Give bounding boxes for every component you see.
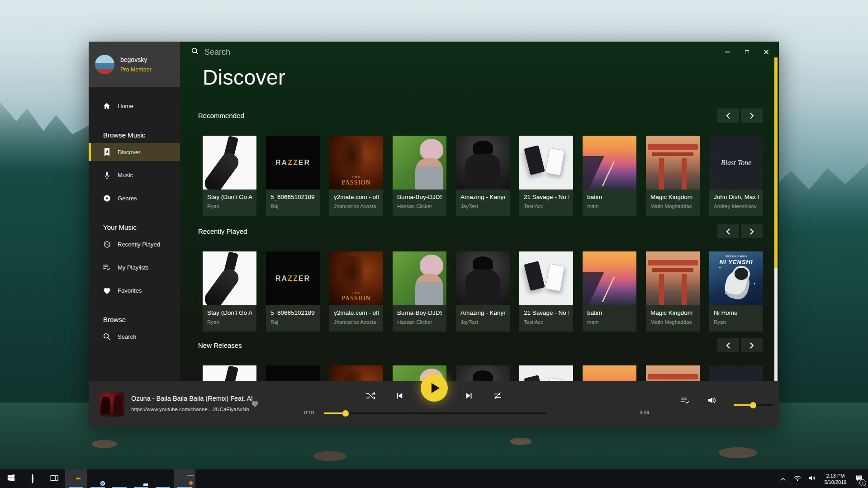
song-artist: Matin Moghaddas	[650, 319, 695, 325]
mail-taskbar-button[interactable]	[130, 469, 152, 488]
song-card[interactable]: Amazing - Kanye W JayTest	[456, 251, 510, 332]
song-card[interactable]: RAZZER 5_6066510218903 Raj	[266, 251, 320, 332]
album-art: RAZZER	[266, 251, 320, 305]
song-card[interactable]: batim mam	[583, 136, 636, 216]
speaker-icon	[808, 475, 816, 483]
scrollbar-track[interactable]	[774, 57, 778, 381]
start-taskbar-button[interactable]	[0, 469, 22, 488]
minimize-button[interactable]	[721, 47, 734, 57]
shuffle-button[interactable]	[365, 389, 377, 402]
song-card[interactable]: 21 Savage - No Hea Test Acc	[519, 251, 573, 332]
scroll-right-button[interactable]	[741, 224, 763, 238]
sidebar-item-discover[interactable]: Discover	[89, 143, 180, 161]
queue-button[interactable]	[680, 397, 690, 406]
network-button[interactable]	[792, 469, 803, 488]
play-button[interactable]	[421, 374, 448, 402]
song-card[interactable]: Stay (Don't Go Awa Ryan	[203, 251, 256, 332]
volume-button[interactable]	[707, 396, 717, 406]
album-art: THE PASSION	[329, 136, 383, 190]
song-card[interactable]: THE PASSION y2mate.com - offici Jhancarl…	[329, 136, 383, 216]
album-art	[456, 136, 510, 190]
song-card[interactable]: batim mam	[583, 251, 636, 332]
sidebar-item-recently-played[interactable]: Recently Played	[89, 235, 180, 253]
song-title: 5_6066510218903	[270, 309, 315, 316]
song-card[interactable]: Stay (Don't Go Awa Ryan	[203, 136, 256, 216]
scroll-right-button[interactable]	[741, 338, 763, 352]
wifi-icon	[794, 475, 801, 483]
chrome-taskbar-button[interactable]	[87, 469, 109, 488]
album-art	[203, 251, 256, 305]
album-art-text: PASSION	[329, 179, 383, 186]
album-art: Victorious Anax NI YENSHI	[709, 251, 763, 305]
song-card[interactable]: Magic Kingdom Matin Moghaddas	[646, 251, 700, 332]
clock[interactable]: 2:13 PM 5/10/2019	[821, 473, 850, 485]
slack-taskbar-button[interactable]	[152, 469, 174, 488]
sidebar-item-home[interactable]: Home	[89, 97, 180, 115]
album-art-text: RAZZER	[275, 275, 310, 283]
section-title: Recently Played	[198, 227, 247, 235]
album-art-subtext: Victorious Anax	[709, 255, 763, 258]
cortana-taskbar-button[interactable]	[22, 469, 43, 488]
album-art	[519, 251, 573, 305]
volume-icon	[707, 399, 717, 406]
favorite-button[interactable]	[251, 400, 259, 409]
song-title: Burna-Boy-DJDS-T	[397, 309, 442, 316]
song-card[interactable]: THE PASSION y2mate.com - offici Jhancarl…	[329, 251, 383, 332]
scroll-left-button[interactable]	[717, 109, 739, 123]
song-card[interactable]: RAZZER 5_6066510218903 Raj	[266, 136, 320, 216]
close-button[interactable]	[760, 47, 773, 57]
song-title: Stay (Don't Go Awa	[207, 309, 252, 316]
previous-icon	[395, 392, 403, 400]
sidebar-item-my-playlists[interactable]: My Playlists	[89, 258, 180, 276]
song-title: batim	[587, 309, 632, 316]
sidebar-item-genres[interactable]: Genres	[89, 189, 180, 207]
search-input[interactable]	[204, 47, 340, 57]
song-card[interactable]: 21 Savage - No Hea Test Acc	[519, 136, 573, 216]
song-title: 21 Savage - No Hea	[524, 309, 569, 316]
tray-expand-button[interactable]	[778, 469, 788, 488]
song-title: 5_6066510218903	[270, 194, 315, 200]
song-title: Magic Kingdom	[650, 194, 695, 200]
deepsound-taskbar-button[interactable]	[174, 469, 195, 488]
progress-slider[interactable]	[324, 412, 546, 414]
song-card[interactable]: Blast Tone John Dish, Max Fre Andrey Men…	[709, 136, 763, 216]
sidebar-section-header: Browse	[89, 316, 180, 323]
card-list: Stay (Don't Go Awa Ryan RAZZER 5_6066510…	[180, 136, 779, 216]
song-artist: JayTest	[460, 204, 505, 209]
maximize-button[interactable]	[740, 47, 753, 57]
sidebar-item-music[interactable]: Music	[89, 166, 180, 184]
scroll-left-button[interactable]	[717, 224, 739, 238]
player-bar: Ozuna - Baila Baila Baila (Remix) Feat. …	[89, 381, 779, 427]
song-title: 21 Savage - No Hea	[524, 194, 569, 200]
task-view-taskbar-button[interactable]	[43, 469, 65, 488]
progress-thumb[interactable]	[342, 410, 349, 417]
song-card[interactable]: Amazing - Kanye W JayTest	[456, 136, 510, 216]
search-bar	[191, 47, 340, 57]
sidebar-item-search[interactable]: Search	[89, 327, 180, 346]
scroll-left-button[interactable]	[717, 338, 739, 352]
scrollbar-thumb[interactable]	[774, 57, 778, 268]
previous-button[interactable]	[393, 389, 406, 402]
song-artist: Jhancarlos Acosta - Jca	[334, 204, 379, 209]
system-tray: 2:13 PM 5/10/2019 1	[778, 469, 868, 488]
song-artist: Test Acc	[524, 204, 569, 209]
volume-slider[interactable]	[734, 404, 773, 406]
total-time: 3:39	[640, 410, 658, 415]
tray-volume-button[interactable]	[806, 469, 817, 488]
next-button[interactable]	[463, 389, 475, 402]
song-artist: Matin Moghaddas	[650, 204, 695, 209]
visual-studio-taskbar-button[interactable]	[109, 469, 130, 488]
action-center-button[interactable]: 1	[854, 469, 864, 488]
song-card[interactable]: Burna-Boy-DJDS-T Hassan Clicker	[393, 251, 446, 332]
start-icon	[7, 474, 15, 483]
song-card[interactable]: Burna-Boy-DJDS-T Hassan Clicker	[393, 136, 446, 216]
volume-thumb[interactable]	[750, 402, 756, 408]
user-profile[interactable]: begovsky Pro Member	[89, 42, 180, 87]
scroll-right-button[interactable]	[741, 109, 763, 123]
repeat-button[interactable]	[491, 389, 504, 402]
song-artist: JayTest	[460, 319, 505, 325]
song-card[interactable]: Magic Kingdom Matin Moghaddas	[646, 136, 700, 216]
file-explorer-taskbar-button[interactable]	[65, 469, 87, 488]
sidebar-item-favorites[interactable]: Favorites	[89, 281, 180, 299]
song-card[interactable]: Victorious Anax NI YENSHI Ni Home Ryan	[709, 251, 763, 332]
